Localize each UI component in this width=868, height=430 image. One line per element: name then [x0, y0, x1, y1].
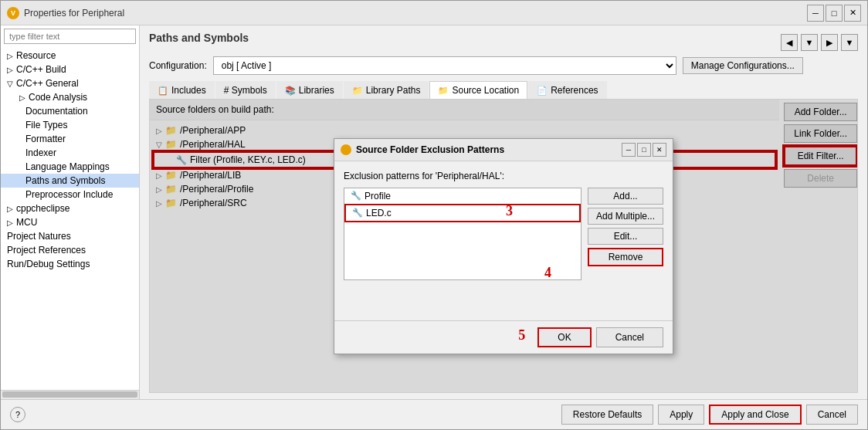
apply-button[interactable]: Apply: [658, 405, 704, 425]
restore-defaults-button[interactable]: Restore Defaults: [561, 405, 653, 425]
forward-button[interactable]: ▶: [821, 34, 838, 51]
right-panel: Paths and Symbols ◀ ▼ ▶ ▼ Configuration:…: [140, 25, 867, 399]
tab-library-paths[interactable]: 📁 Library Paths: [344, 81, 429, 99]
nav-dropdown[interactable]: ▼: [801, 34, 818, 51]
app-icon: V: [7, 7, 19, 19]
sidebar-item-formatter[interactable]: Formatter: [1, 132, 139, 146]
apply-and-close-button[interactable]: Apply and Close: [709, 405, 801, 425]
sidebar-item-cpp-general[interactable]: ▽ C/C++ General: [1, 76, 139, 90]
window-title: Properties for Peripheral: [24, 8, 124, 19]
modal-close[interactable]: ✕: [653, 143, 666, 157]
cancel-button[interactable]: Cancel: [806, 405, 858, 425]
minimize-button[interactable]: ─: [807, 5, 824, 22]
help-button[interactable]: ?: [10, 407, 25, 422]
add-pattern-button[interactable]: Add...: [588, 188, 663, 205]
maximize-button[interactable]: □: [826, 5, 843, 22]
sidebar-item-cpp-build[interactable]: ▷ C/C++ Build: [1, 63, 139, 76]
main-content: ▷ Resource ▷ C/C++ Build ▽ C/C++ General…: [1, 25, 867, 399]
filter-input[interactable]: [4, 29, 136, 44]
sidebar-item-code-analysis[interactable]: ▷ Code Analysis: [1, 90, 139, 104]
pattern-ledc[interactable]: 🔧 LED.c: [344, 204, 581, 222]
sidebar-scrollbar[interactable]: [1, 390, 139, 399]
modal-title-bar: Source Folder Exclusion Patterns ─ □ ✕: [334, 139, 673, 161]
tab-includes[interactable]: 📋 Includes: [149, 81, 215, 99]
forward-dropdown[interactable]: ▼: [841, 34, 858, 51]
sidebar-scroll-thumb[interactable]: [2, 391, 137, 398]
sidebar-item-documentation[interactable]: Documentation: [1, 104, 139, 118]
modal-description: Exclusion patterns for 'Peripheral/HAL':: [344, 171, 663, 181]
sidebar-item-project-natures[interactable]: Project Natures: [1, 229, 139, 243]
modal-icon: [341, 144, 351, 155]
back-button[interactable]: ◀: [781, 34, 798, 51]
sidebar-item-language-mappings[interactable]: Language Mappings: [1, 160, 139, 174]
panel-title: Paths and Symbols: [149, 32, 249, 47]
sidebar: ▷ Resource ▷ C/C++ Build ▽ C/C++ General…: [1, 25, 140, 399]
config-label: Configuration:: [149, 60, 207, 71]
tab-symbols[interactable]: # Symbols: [215, 81, 276, 99]
tabs-bar: 📋 Includes # Symbols 📚 Libraries 📁 Libra…: [149, 81, 858, 100]
modal-footer: 5 OK Cancel: [334, 320, 673, 354]
tab-libraries[interactable]: 📚 Libraries: [276, 81, 343, 99]
main-window: V Properties for Peripheral ─ □ ✕ ▷ Reso…: [0, 0, 868, 430]
bottom-bar: ? Restore Defaults Apply Apply and Close…: [1, 399, 867, 429]
modal-overlay: Source Folder Exclusion Patterns ─ □ ✕ E…: [150, 100, 857, 392]
tab-source-location[interactable]: 📁 Source Location: [429, 81, 527, 99]
sidebar-item-paths-and-symbols[interactable]: Paths and Symbols: [1, 174, 139, 188]
sidebar-item-project-references[interactable]: Project References: [1, 243, 139, 257]
modal-body: Exclusion patterns for 'Peripheral/HAL':…: [334, 161, 673, 320]
sidebar-item-cppcheclipse[interactable]: ▷ cppcheclipse: [1, 201, 139, 215]
tab-references[interactable]: 📄 References: [528, 81, 606, 99]
title-bar: V Properties for Peripheral ─ □ ✕: [1, 1, 867, 25]
edit-pattern-button[interactable]: Edit...: [588, 228, 663, 245]
sidebar-item-resource[interactable]: ▷ Resource: [1, 49, 139, 63]
sidebar-item-run-debug[interactable]: Run/Debug Settings: [1, 257, 139, 271]
sidebar-item-file-types[interactable]: File Types: [1, 118, 139, 132]
config-select[interactable]: obj [ Active ]: [213, 56, 676, 75]
remove-pattern-button[interactable]: Remove: [588, 248, 663, 266]
exclusion-patterns-dialog: Source Folder Exclusion Patterns ─ □ ✕ E…: [334, 138, 673, 354]
close-button[interactable]: ✕: [844, 5, 861, 22]
modal-minimize[interactable]: ─: [622, 143, 636, 157]
sidebar-item-mcu[interactable]: ▷ MCU: [1, 215, 139, 229]
sidebar-item-indexer[interactable]: Indexer: [1, 146, 139, 160]
add-multiple-button[interactable]: Add Multiple...: [588, 208, 663, 225]
cancel-modal-button[interactable]: Cancel: [596, 327, 663, 347]
ok-button[interactable]: OK: [537, 327, 591, 347]
pattern-profile[interactable]: 🔧 Profile: [344, 188, 581, 204]
modal-title: Source Folder Exclusion Patterns: [356, 144, 504, 155]
manage-configurations-button[interactable]: Manage Configurations...: [683, 57, 803, 74]
annotation-5: 5: [518, 327, 525, 347]
sidebar-item-preprocessor-include[interactable]: Preprocessor Include: [1, 188, 139, 201]
content-area: Source folders on build path: ▷ 📁 /Perip…: [149, 100, 858, 393]
modal-maximize[interactable]: □: [637, 143, 651, 157]
exclusion-patterns-list[interactable]: 🔧 Profile 🔧 LED.c: [344, 188, 581, 280]
config-row: Configuration: obj [ Active ] Manage Con…: [149, 56, 858, 75]
tree: ▷ Resource ▷ C/C++ Build ▽ C/C++ General…: [1, 47, 139, 390]
